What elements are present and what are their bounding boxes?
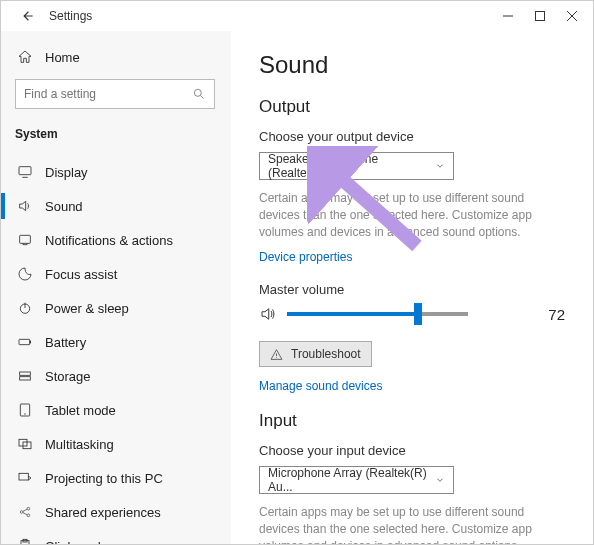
svg-line-24 — [23, 513, 27, 515]
output-device-dropdown[interactable]: Speaker/Headphone (Realtek(R) A... — [259, 152, 454, 180]
input-device-dropdown[interactable]: Microphone Array (Realtek(R) Au... — [259, 466, 454, 494]
svg-point-21 — [27, 507, 30, 510]
titlebar-left: Settings — [7, 7, 92, 25]
sidebar-item-shared-experiences[interactable]: Shared experiences — [15, 495, 217, 529]
sidebar-item-projecting[interactable]: Projecting to this PC — [15, 461, 217, 495]
svg-rect-8 — [20, 235, 31, 243]
close-button[interactable] — [557, 4, 587, 28]
category-title: System — [15, 127, 217, 141]
svg-point-16 — [24, 413, 25, 414]
sidebar-item-power-sleep[interactable]: Power & sleep — [15, 291, 217, 325]
input-choose-label: Choose your input device — [259, 443, 565, 458]
sidebar-item-tablet-mode[interactable]: Tablet mode — [15, 393, 217, 427]
input-device-value: Microphone Array (Realtek(R) Au... — [268, 466, 435, 494]
search-box[interactable] — [15, 79, 215, 109]
sidebar-item-multitasking[interactable]: Multitasking — [15, 427, 217, 461]
search-input[interactable] — [24, 87, 184, 101]
window-title: Settings — [49, 9, 92, 23]
home-icon — [17, 49, 33, 65]
volume-slider[interactable] — [287, 312, 468, 316]
tablet-icon — [17, 402, 33, 418]
svg-rect-6 — [19, 167, 31, 175]
output-device-properties-link[interactable]: Device properties — [259, 250, 565, 264]
sidebar-item-label: Multitasking — [45, 437, 114, 452]
svg-point-28 — [276, 357, 277, 358]
content: Sound Output Choose your output device S… — [231, 31, 593, 544]
sidebar-item-storage[interactable]: Storage — [15, 359, 217, 393]
focus-assist-icon — [17, 266, 33, 282]
titlebar: Settings — [1, 1, 593, 31]
chevron-down-icon — [435, 161, 445, 171]
output-hint: Certain apps may be set up to use differ… — [259, 190, 559, 240]
master-volume-row: 72 — [259, 305, 565, 323]
body: Home System Display Sound Notifications … — [1, 31, 593, 544]
master-volume-label: Master volume — [259, 282, 565, 297]
sidebar: Home System Display Sound Notifications … — [1, 31, 231, 544]
sidebar-item-label: Notifications & actions — [45, 233, 173, 248]
input-hint: Certain apps may be set up to use differ… — [259, 504, 559, 544]
output-choose-label: Choose your output device — [259, 129, 565, 144]
warning-icon — [270, 348, 283, 361]
sidebar-item-sound[interactable]: Sound — [15, 189, 217, 223]
troubleshoot-label: Troubleshoot — [291, 347, 361, 361]
window-controls — [493, 4, 587, 28]
chevron-down-icon — [435, 475, 445, 485]
sidebar-item-label: Shared experiences — [45, 505, 161, 520]
home-label: Home — [45, 50, 80, 65]
output-device-value: Speaker/Headphone (Realtek(R) A... — [268, 152, 435, 180]
sidebar-item-notifications[interactable]: Notifications & actions — [15, 223, 217, 257]
sidebar-item-label: Storage — [45, 369, 91, 384]
svg-line-23 — [23, 509, 27, 511]
manage-sound-devices-link[interactable]: Manage sound devices — [259, 379, 565, 393]
sidebar-item-label: Power & sleep — [45, 301, 129, 316]
sidebar-item-label: Sound — [45, 199, 83, 214]
multitasking-icon — [17, 436, 33, 452]
maximize-button[interactable] — [525, 4, 555, 28]
input-heading: Input — [259, 411, 565, 431]
svg-line-5 — [201, 96, 204, 99]
sidebar-item-display[interactable]: Display — [15, 155, 217, 189]
speaker-icon[interactable] — [259, 305, 277, 323]
power-icon — [17, 300, 33, 316]
clipboard-icon — [17, 538, 33, 544]
sidebar-item-label: Display — [45, 165, 88, 180]
output-heading: Output — [259, 97, 565, 117]
projecting-icon — [17, 470, 33, 486]
svg-point-4 — [194, 89, 201, 96]
sidebar-item-label: Projecting to this PC — [45, 471, 163, 486]
back-button[interactable] — [19, 7, 37, 25]
volume-slider-fill — [287, 312, 418, 316]
volume-value: 72 — [548, 306, 565, 323]
svg-rect-12 — [30, 341, 31, 344]
svg-point-20 — [20, 511, 23, 514]
volume-slider-thumb[interactable] — [414, 303, 422, 325]
svg-point-22 — [27, 514, 30, 517]
troubleshoot-button[interactable]: Troubleshoot — [259, 341, 372, 367]
svg-rect-13 — [20, 372, 31, 375]
sidebar-item-label: Focus assist — [45, 267, 117, 282]
search-icon — [192, 87, 206, 101]
svg-rect-19 — [19, 473, 28, 480]
svg-rect-14 — [20, 377, 31, 380]
display-icon — [17, 164, 33, 180]
sidebar-item-battery[interactable]: Battery — [15, 325, 217, 359]
minimize-button[interactable] — [493, 4, 523, 28]
sidebar-item-label: Clipboard — [45, 539, 101, 545]
storage-icon — [17, 368, 33, 384]
sidebar-item-label: Battery — [45, 335, 86, 350]
home-link[interactable]: Home — [15, 45, 217, 79]
page-title: Sound — [259, 51, 565, 79]
sidebar-item-clipboard[interactable]: Clipboard — [15, 529, 217, 544]
shared-icon — [17, 504, 33, 520]
settings-window: Settings Home System — [0, 0, 594, 545]
battery-icon — [17, 334, 33, 350]
sound-icon — [17, 198, 33, 214]
svg-rect-1 — [536, 12, 545, 21]
sidebar-item-focus-assist[interactable]: Focus assist — [15, 257, 217, 291]
sidebar-item-label: Tablet mode — [45, 403, 116, 418]
svg-rect-11 — [19, 339, 30, 344]
notifications-icon — [17, 232, 33, 248]
